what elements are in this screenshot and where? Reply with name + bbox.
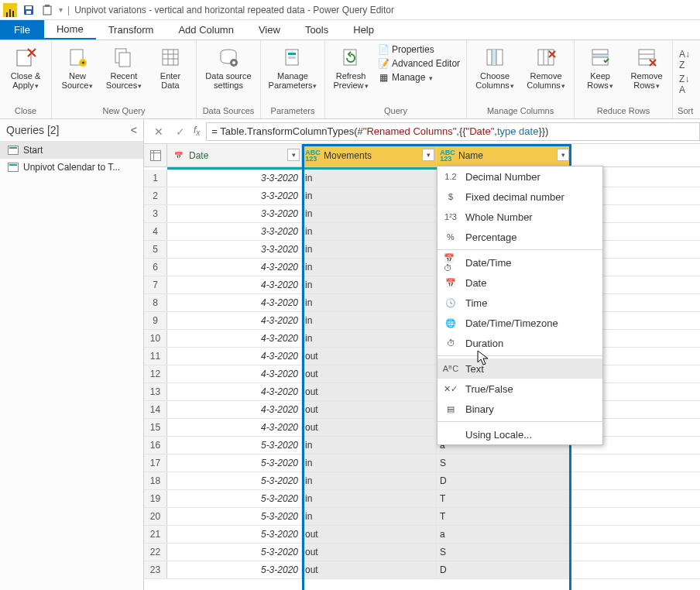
collapse-panel-icon[interactable]: <: [131, 124, 137, 136]
type-option-using-locale-[interactable]: Using Locale...: [438, 424, 602, 444]
row-number[interactable]: 23: [144, 561, 167, 578]
cell-movements[interactable]: in: [302, 170, 437, 187]
type-option-time[interactable]: 🕓Time: [438, 293, 602, 313]
manage-button[interactable]: ▦Manage: [376, 71, 462, 84]
properties-button[interactable]: 📄Properties: [376, 43, 462, 56]
filter-dropdown-icon[interactable]: ▾: [557, 149, 569, 161]
cell-movements[interactable]: in: [302, 294, 437, 311]
cell-movements[interactable]: in: [302, 259, 437, 276]
calendar-icon[interactable]: 📅: [170, 149, 186, 163]
paste-icon[interactable]: [39, 2, 56, 19]
cell-date[interactable]: 3-3-2020: [167, 223, 302, 240]
cell-movements[interactable]: in: [302, 490, 437, 507]
data-source-settings-button[interactable]: Data source settings: [201, 43, 256, 90]
select-all-corner[interactable]: [144, 144, 167, 166]
any-type-icon[interactable]: ABC 123: [305, 149, 321, 163]
table-row[interactable]: 154-3-2020out: [144, 419, 700, 437]
type-option-percentage[interactable]: %Percentage: [438, 227, 602, 247]
column-header-movements[interactable]: ABC 123 Movements ▾: [302, 144, 437, 166]
cell-date[interactable]: 5-3-2020: [167, 472, 302, 489]
table-row[interactable]: 94-3-2020in: [144, 312, 700, 330]
cell-movements[interactable]: in: [302, 223, 437, 240]
table-row[interactable]: 74-3-2020in: [144, 276, 700, 294]
row-number[interactable]: 13: [144, 383, 167, 400]
cell-date[interactable]: 4-3-2020: [167, 312, 302, 329]
table-row[interactable]: 33-3-2020in: [144, 205, 700, 223]
table-row[interactable]: 13-3-2020in: [144, 170, 700, 187]
cell-movements[interactable]: out: [302, 383, 437, 400]
table-row[interactable]: 165-3-2020ina: [144, 437, 700, 455]
cell-movements[interactable]: in: [302, 187, 437, 204]
cell-date[interactable]: 5-3-2020: [167, 455, 302, 472]
row-number[interactable]: 12: [144, 365, 167, 382]
table-row[interactable]: 114-3-2020out: [144, 348, 700, 365]
cell-name[interactable]: T: [437, 508, 571, 525]
table-row[interactable]: 215-3-2020outa: [144, 526, 700, 544]
type-option-decimal-number[interactable]: 1.2Decimal Number: [438, 166, 602, 187]
row-number[interactable]: 7: [144, 276, 167, 293]
close-apply-button[interactable]: Close & Apply: [5, 43, 46, 90]
cell-date[interactable]: 5-3-2020: [167, 490, 302, 507]
choose-columns-button[interactable]: Choose Columns: [472, 43, 518, 90]
table-row[interactable]: 84-3-2020in: [144, 294, 700, 312]
any-type-icon[interactable]: ABC 123: [440, 149, 455, 163]
type-option-binary[interactable]: ▤Binary: [438, 399, 602, 419]
cell-movements[interactable]: in: [302, 455, 437, 472]
formula-input[interactable]: = Table.TransformColumnTypes(#"Renamed C…: [206, 122, 700, 141]
cell-date[interactable]: 5-3-2020: [167, 526, 302, 543]
table-row[interactable]: 104-3-2020in: [144, 330, 700, 348]
cell-movements[interactable]: out: [302, 365, 437, 382]
cell-movements[interactable]: out: [302, 348, 437, 365]
column-header-date[interactable]: 📅 Date ▾: [167, 144, 302, 166]
cell-date[interactable]: 5-3-2020: [167, 544, 302, 561]
cell-name[interactable]: S: [437, 455, 571, 472]
cell-date[interactable]: 5-3-2020: [167, 437, 302, 454]
row-number[interactable]: 9: [144, 312, 167, 329]
cell-movements[interactable]: out: [302, 419, 437, 436]
table-row[interactable]: 144-3-2020out: [144, 401, 700, 419]
table-row[interactable]: 134-3-2020out: [144, 383, 700, 401]
cell-date[interactable]: 4-3-2020: [167, 259, 302, 276]
table-row[interactable]: 23-3-2020in: [144, 187, 700, 205]
row-number[interactable]: 1: [144, 170, 167, 187]
cell-name[interactable]: S: [437, 544, 571, 561]
table-row[interactable]: 195-3-2020inT: [144, 490, 700, 508]
row-number[interactable]: 19: [144, 490, 167, 507]
query-item-unpivot[interactable]: Unpivot Calendar to T...: [0, 159, 143, 176]
cell-movements[interactable]: in: [302, 437, 437, 454]
row-number[interactable]: 4: [144, 223, 167, 240]
cell-date[interactable]: 3-3-2020: [167, 241, 302, 258]
table-row[interactable]: 205-3-2020inT: [144, 508, 700, 526]
cell-movements[interactable]: in: [302, 205, 437, 222]
table-row[interactable]: 124-3-2020out: [144, 365, 700, 383]
cell-date[interactable]: 4-3-2020: [167, 419, 302, 436]
row-number[interactable]: 17: [144, 455, 167, 472]
cell-movements[interactable]: in: [302, 241, 437, 258]
row-number[interactable]: 2: [144, 187, 167, 204]
type-option-whole-number[interactable]: 1²3Whole Number: [438, 207, 602, 227]
cell-date[interactable]: 3-3-2020: [167, 205, 302, 222]
cell-name[interactable]: D: [437, 561, 571, 578]
refresh-preview-button[interactable]: Refresh Preview: [330, 43, 372, 90]
row-number[interactable]: 16: [144, 437, 167, 454]
cell-movements[interactable]: in: [302, 472, 437, 489]
cell-date[interactable]: 4-3-2020: [167, 348, 302, 365]
sort-desc-button[interactable]: Z↓A: [678, 73, 691, 96]
cell-date[interactable]: 3-3-2020: [167, 170, 302, 187]
row-number[interactable]: 5: [144, 241, 167, 258]
cell-name[interactable]: T: [437, 490, 571, 507]
row-number[interactable]: 20: [144, 508, 167, 525]
tab-add-column[interactable]: Add Column: [166, 20, 246, 39]
tab-tools[interactable]: Tools: [293, 20, 341, 39]
cell-date[interactable]: 4-3-2020: [167, 401, 302, 418]
cell-movements[interactable]: in: [302, 276, 437, 293]
table-row[interactable]: 225-3-2020outS: [144, 544, 700, 561]
tab-view[interactable]: View: [246, 20, 293, 39]
table-row[interactable]: 175-3-2020inS: [144, 455, 700, 472]
cell-name[interactable]: D: [437, 472, 571, 489]
filter-dropdown-icon[interactable]: ▾: [287, 149, 300, 161]
enter-data-button[interactable]: Enter Data: [149, 43, 191, 90]
cell-date[interactable]: 3-3-2020: [167, 187, 302, 204]
row-number[interactable]: 11: [144, 348, 167, 365]
cell-movements[interactable]: out: [302, 526, 437, 543]
